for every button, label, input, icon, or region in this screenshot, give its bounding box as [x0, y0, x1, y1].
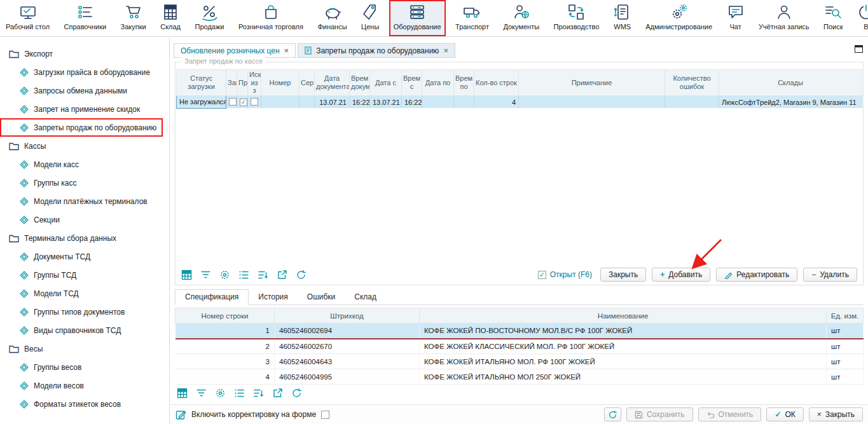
cancel-button[interactable]: Отменить	[698, 407, 762, 421]
sidebar-item-price-loads[interactable]: Загрузки прайса в оборудование	[0, 63, 169, 81]
column-header-errors-count[interactable]: Количество ошибок	[665, 70, 719, 96]
toolbar-item-account[interactable]: Учётная запись	[754, 0, 814, 36]
toolbar-item-purchases[interactable]: Закупки	[116, 0, 151, 36]
column-header-number[interactable]: Номер	[261, 70, 300, 96]
open-f6-checkbox-group[interactable]: ✓ Открыт (F6)	[538, 270, 592, 279]
column-header-note[interactable]: Примечание	[519, 70, 665, 96]
toolbar-item-prices[interactable]: Цены	[357, 0, 383, 36]
open-f6-checkbox[interactable]: ✓	[538, 271, 546, 279]
open-external-icon[interactable]	[272, 388, 283, 399]
tab-warehouse[interactable]: Склад	[345, 290, 386, 304]
tab-specification[interactable]: Спецификация	[175, 289, 249, 305]
sidebar-folder-data-terminals[interactable]: Терминалы сбора данных	[0, 229, 169, 247]
toolbar-item-sales[interactable]: Продажи	[190, 0, 228, 36]
sidebar-item-scale-groups[interactable]: Группы весов	[0, 358, 169, 376]
tab-close-icon[interactable]: ×	[443, 46, 448, 55]
toolbar-item-search[interactable]: Поиск	[819, 0, 847, 36]
maximize-pane-icon[interactable]	[855, 45, 863, 53]
ok-button[interactable]: ✓ ОК	[766, 407, 803, 421]
tab-close-icon[interactable]: ×	[284, 46, 289, 55]
sidebar-folder-cash-registers[interactable]: Кассы	[0, 137, 169, 155]
close-form-button[interactable]: × Закрыть	[809, 407, 863, 421]
toolbar-item-production[interactable]: Производство	[549, 0, 604, 36]
toolbar-item-warehouse[interactable]: Склад	[156, 0, 185, 36]
column-header-barcode[interactable]: Штрихкод	[275, 308, 420, 324]
toolbar-item-transport[interactable]: Транспорт	[451, 0, 493, 36]
zak-checkbox[interactable]	[229, 98, 237, 106]
spec-row[interactable]: 1 4605246002694 КОФЕ ЖОКЕЙ ПО-ВОСТОЧНОМУ…	[176, 324, 864, 339]
isk-checkbox[interactable]	[251, 98, 258, 106]
gear-icon[interactable]	[215, 388, 226, 399]
sort-list-icon[interactable]	[253, 388, 264, 399]
spec-row[interactable]: 2 4605246002670 КОФЕ ЖОКЕЙ КЛАССИЧЕСКИЙ …	[176, 339, 864, 354]
column-header-unit[interactable]: Ед. изм.	[827, 308, 864, 324]
open-external-icon[interactable]	[277, 270, 287, 280]
column-header-name[interactable]: Наименование	[420, 308, 827, 324]
column-header-doc-time[interactable]: Врем докум	[350, 70, 370, 96]
spec-row[interactable]: 4 4605246004995 КОФЕ ЖОКЕЙ ИТАЛЬЯНО МОЛ …	[176, 369, 864, 385]
sidebar-folder-scales[interactable]: Весы	[0, 339, 169, 358]
tab-retail-price-update[interactable]: Обновление розничных цен ×	[174, 43, 296, 58]
sync-icon[interactable]	[291, 388, 302, 399]
refresh-button[interactable]	[604, 407, 621, 421]
ban-row[interactable]: Не загружался ✓ 13.07.21 16:22 13.07.21 …	[177, 95, 862, 108]
column-header-line-number[interactable]: Номер строки	[176, 308, 275, 324]
sidebar-item-data-exchange-requests[interactable]: Запросы обмена данными	[0, 81, 169, 100]
sidebar-item-cash-register-groups[interactable]: Группы касс	[0, 174, 169, 192]
toolbar-item-equipment[interactable]: Оборудование	[389, 0, 446, 36]
toolbar-item-wms[interactable]: WMS	[609, 0, 636, 36]
sidebar-item-document-type-groups[interactable]: Группы типов документов	[0, 303, 169, 321]
toolbar-item-exit[interactable]: В	[853, 0, 868, 36]
sidebar-item-payment-terminal-models[interactable]: Модели платёжных терминалов	[0, 192, 169, 210]
load-status-cell[interactable]: Не загружался	[177, 95, 226, 108]
sidebar-item-tsd-directory-kinds[interactable]: Виды справочников ТСД	[0, 321, 169, 339]
sort-list-icon[interactable]	[258, 270, 268, 280]
tab-history[interactable]: История	[249, 290, 298, 304]
sidebar-item-scale-label-formats[interactable]: Форматы этикеток весов	[0, 395, 169, 413]
column-header-series[interactable]: Сер	[300, 70, 315, 96]
column-header-load-status[interactable]: Статус загрузки	[177, 70, 226, 96]
sidebar-item-scale-models[interactable]: Модели весов	[0, 376, 169, 395]
sync-icon[interactable]	[296, 270, 307, 280]
sidebar-item-tsd-models[interactable]: Модели ТСД	[0, 284, 169, 303]
column-header-time-from[interactable]: Врем с	[402, 70, 422, 96]
sidebar-item-tsd-groups[interactable]: Группы ТСД	[0, 266, 169, 284]
tab-equipment-sales-bans[interactable]: Запреты продаж по оборудованию ×	[298, 43, 455, 58]
sidebar-item-sections[interactable]: Секции	[0, 210, 169, 229]
column-header-time-to[interactable]: Врем по	[454, 70, 474, 96]
spec-row[interactable]: 3 4605246004643 КОФЕ ЖОКЕЙ ИТАЛЬЯНО МОЛ.…	[176, 354, 864, 369]
sidebar-item-equipment-sales-bans[interactable]: Запреты продаж по оборудованию	[0, 118, 163, 137]
sidebar-item-discount-ban[interactable]: Запрет на применение скидок	[0, 100, 169, 118]
pro-checkbox[interactable]: ✓	[240, 99, 247, 106]
adjust-form-checkbox[interactable]	[321, 411, 329, 419]
column-header-date-from[interactable]: Дата с	[370, 70, 402, 96]
column-header-isk[interactable]: Иск из з	[248, 70, 261, 96]
tab-errors[interactable]: Ошибки	[298, 290, 345, 304]
filter-icon[interactable]	[196, 388, 207, 399]
numbered-list-icon[interactable]	[234, 388, 245, 399]
toolbar-item-retail[interactable]: Розничная торговля	[234, 0, 308, 36]
toolbar-item-desktop[interactable]: Рабочий стол	[1, 0, 54, 36]
save-button[interactable]: Сохранить	[626, 407, 693, 421]
toolbar-item-finance[interactable]: Финансы	[313, 0, 351, 36]
column-header-zak[interactable]: Зак	[226, 70, 237, 96]
delete-button[interactable]: − Удалить	[803, 268, 857, 282]
add-button[interactable]: + Добавить	[652, 268, 710, 282]
column-header-rows-count[interactable]: Кол-во строк	[474, 70, 519, 96]
toolbar-item-directories[interactable]: Справочники	[60, 0, 111, 36]
gear-icon[interactable]	[219, 270, 230, 280]
close-record-button[interactable]: Закрыть	[600, 268, 646, 282]
toolbar-item-administration[interactable]: Администрирование	[641, 0, 717, 36]
column-header-date-to[interactable]: Дата по	[422, 70, 454, 96]
column-header-warehouses[interactable]: Склады	[719, 70, 862, 96]
filter-icon[interactable]	[200, 270, 211, 280]
table-icon[interactable]	[177, 388, 188, 399]
toolbar-item-chat[interactable]: Чат	[722, 0, 749, 36]
edit-button[interactable]: Редактировать	[716, 268, 797, 282]
column-header-pro[interactable]: Про	[237, 70, 248, 96]
table-icon[interactable]	[181, 270, 192, 280]
column-header-doc-date[interactable]: Дата документа	[315, 70, 350, 96]
toolbar-item-documents[interactable]: Документы	[499, 0, 544, 36]
numbered-list-icon[interactable]	[238, 270, 249, 280]
sidebar-item-tsd-documents[interactable]: Документы ТСД	[0, 247, 169, 266]
